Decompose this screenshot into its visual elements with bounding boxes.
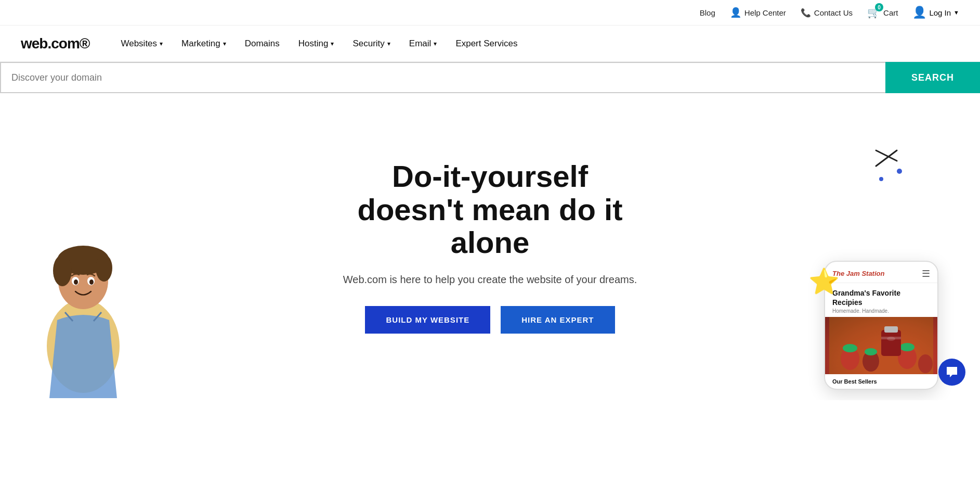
svg-point-23	[918, 354, 933, 373]
svg-rect-25	[884, 326, 898, 333]
cart-count: 0	[875, 3, 883, 11]
hero-title: Do-it-yourself doesn't mean do it alone	[343, 160, 637, 259]
phone-header: The Jam Station ☰	[825, 262, 937, 283]
phone-best-sellers: Our Best Sellers	[825, 374, 937, 389]
svg-point-8	[74, 279, 78, 285]
phone-icon: 📞	[801, 8, 811, 18]
logo[interactable]: web.com®	[21, 35, 89, 52]
phone-heading: Grandma's Favorite Recipies	[832, 288, 930, 307]
phone-mockup: The Jam Station ☰ Grandma's Favorite Rec…	[824, 261, 938, 390]
chat-bubble-button[interactable]	[938, 359, 965, 386]
nav-item-expert-services[interactable]: Expert Services	[455, 39, 517, 49]
phone-product-image	[825, 317, 937, 374]
svg-point-5	[96, 254, 112, 282]
chevron-down-icon: ▾	[223, 40, 226, 47]
chevron-down-icon: ▾	[387, 40, 390, 47]
svg-point-14	[897, 169, 902, 174]
hero-content: Do-it-yourself doesn't mean do it alone …	[343, 160, 637, 334]
person-icon: 👤	[730, 7, 741, 18]
contact-label: Contact Us	[814, 8, 853, 17]
hero-section: Do-it-yourself doesn't mean do it alone …	[0, 93, 980, 400]
svg-point-20	[865, 348, 877, 355]
search-input[interactable]	[0, 62, 885, 93]
login-label: Log In	[929, 8, 951, 17]
blog-link[interactable]: Blog	[700, 8, 715, 17]
hamburger-icon: ☰	[922, 268, 930, 279]
hero-subtitle: Web.com is here to help you create the w…	[343, 272, 637, 287]
phone-hero-text: Grandma's Favorite Recipies Homemade. Ha…	[825, 283, 937, 317]
star-decoration: ⭐	[808, 267, 840, 296]
build-website-button[interactable]: BUILD MY WEBSITE	[365, 306, 490, 334]
header: web.com® Websites ▾ Marketing ▾ Domains …	[0, 26, 980, 62]
chevron-down-icon: ▾	[434, 40, 437, 47]
chevron-down-icon: ▼	[953, 9, 959, 16]
chevron-down-icon: ▾	[160, 40, 163, 47]
user-avatar-icon: 👤	[912, 6, 926, 19]
phone-brand: The Jam Station	[832, 270, 884, 277]
svg-point-4	[53, 255, 72, 286]
help-label: Help Center	[744, 8, 786, 17]
search-button[interactable]: SEARCH	[885, 62, 980, 93]
svg-point-15	[879, 177, 883, 181]
hero-buttons: BUILD MY WEBSITE HIRE AN EXPERT	[343, 306, 637, 334]
nav-item-email[interactable]: Email ▾	[409, 39, 437, 49]
main-nav: Websites ▾ Marketing ▾ Domains Hosting ▾…	[121, 39, 517, 49]
nav-item-websites[interactable]: Websites ▾	[121, 39, 163, 49]
cart-badge: 🛒 0	[867, 6, 880, 19]
hero-person-image	[16, 200, 151, 400]
blog-label: Blog	[700, 8, 715, 17]
nav-item-hosting[interactable]: Hosting ▾	[298, 39, 334, 49]
nav-item-marketing[interactable]: Marketing ▾	[181, 39, 226, 49]
hire-expert-button[interactable]: HIRE AN EXPERT	[501, 306, 615, 334]
top-bar: Blog 👤 Help Center 📞 Contact Us 🛒 0 Cart…	[0, 0, 980, 26]
svg-point-22	[900, 343, 914, 351]
phone-subheading: Homemade. Handmade.	[832, 308, 930, 314]
chevron-down-icon: ▾	[331, 40, 334, 47]
svg-rect-24	[881, 330, 901, 356]
help-center-link[interactable]: 👤 Help Center	[730, 7, 786, 18]
nav-item-security[interactable]: Security ▾	[352, 39, 390, 49]
sparks-decoration	[871, 145, 902, 190]
search-section: SEARCH	[0, 62, 980, 93]
cart-label: Cart	[883, 8, 898, 17]
contact-us-link[interactable]: 📞 Contact Us	[801, 8, 853, 18]
cart-link[interactable]: 🛒 0 Cart	[867, 6, 898, 19]
svg-point-18	[843, 344, 857, 352]
nav-item-domains[interactable]: Domains	[245, 39, 280, 49]
svg-point-27	[887, 337, 895, 341]
login-button[interactable]: 👤 Log In ▼	[912, 6, 959, 19]
svg-point-9	[89, 279, 94, 285]
